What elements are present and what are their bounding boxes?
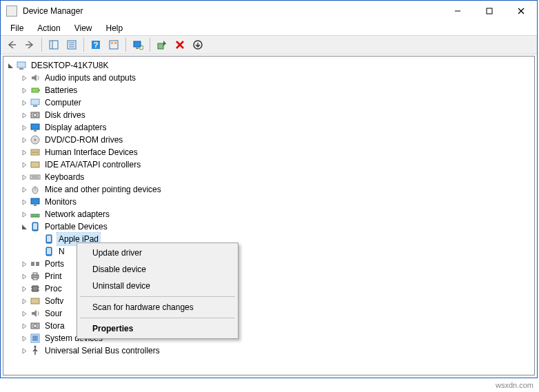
category-icon	[30, 97, 41, 108]
list-icon	[108, 39, 119, 50]
show-hide-tree-button[interactable]	[45, 37, 62, 52]
forward-arrow-icon	[24, 39, 35, 50]
context-menu-properties[interactable]: Properties	[79, 320, 236, 337]
tree-category[interactable]: Network adapters	[3, 208, 534, 220]
expander-spacer	[34, 247, 42, 256]
toolbar-action-button[interactable]	[105, 37, 122, 52]
expander-closed-icon[interactable]	[20, 86, 28, 94]
close-button[interactable]	[505, 1, 537, 21]
expander-open-icon[interactable]	[6, 61, 14, 70]
properties-icon	[66, 39, 77, 50]
svg-rect-13	[111, 42, 113, 44]
svg-point-71	[34, 346, 37, 348]
tree-category-label: Disk drives	[43, 109, 87, 121]
expander-closed-icon[interactable]	[20, 309, 28, 318]
menu-file[interactable]: File	[5, 22, 29, 34]
svg-rect-14	[114, 42, 116, 44]
category-icon	[30, 147, 41, 158]
tree-root[interactable]: DESKTOP-41K7U8K	[3, 59, 534, 72]
expander-closed-icon[interactable]	[20, 334, 28, 342]
tree-category[interactable]: Mice and other pointing devices	[3, 183, 534, 196]
context-menu-uninstall-device[interactable]: Uninstall device	[79, 278, 236, 294]
help-button[interactable]: ?	[88, 37, 104, 52]
uninstall-device-toolbar-button[interactable]	[172, 37, 188, 52]
tree-category[interactable]: Universal Serial Bus controllers	[3, 344, 534, 357]
tree-category-label: Sour	[43, 307, 63, 320]
minimize-button[interactable]	[442, 1, 474, 21]
expander-closed-icon[interactable]	[20, 285, 28, 293]
tree-category[interactable]: Monitors	[3, 196, 534, 208]
expander-closed-icon[interactable]	[20, 148, 28, 156]
svg-rect-44	[31, 198, 39, 204]
scan-hardware-button[interactable]	[130, 37, 146, 52]
tree-category[interactable]: IDE ATA/ATAPI controllers	[3, 158, 534, 171]
category-icon	[30, 72, 41, 83]
category-icon	[30, 345, 41, 356]
disable-device-toolbar-button[interactable]	[190, 37, 206, 52]
tree-category[interactable]: Display adapters	[3, 121, 534, 134]
category-icon	[30, 333, 41, 344]
expander-closed-icon[interactable]	[20, 210, 28, 218]
tree-category[interactable]: Audio inputs and outputs	[3, 72, 534, 84]
svg-rect-4	[50, 41, 58, 49]
tree-category-label: DVD/CD-ROM drives	[43, 134, 124, 146]
expander-closed-icon[interactable]	[20, 74, 28, 82]
expander-closed-icon[interactable]	[20, 161, 28, 169]
expander-closed-icon[interactable]	[20, 198, 28, 206]
maximize-button[interactable]	[474, 1, 505, 21]
tree-category[interactable]: DVD/CD-ROM drives	[3, 134, 534, 146]
svg-rect-45	[34, 205, 37, 206]
expander-closed-icon[interactable]	[20, 260, 28, 268]
expander-closed-icon[interactable]	[20, 99, 28, 107]
svg-rect-24	[32, 88, 39, 92]
context-menu-update-driver[interactable]: Update driver	[79, 245, 236, 261]
menu-action[interactable]: Action	[32, 22, 65, 34]
toolbar-separator	[125, 38, 126, 52]
context-menu-scan-hardware[interactable]: Scan for hardware changes	[79, 299, 236, 316]
menu-view[interactable]: View	[69, 22, 98, 34]
tree-category[interactable]: Keyboards	[3, 171, 534, 183]
tree-category-label: Audio inputs and outputs	[43, 72, 137, 84]
forward-button[interactable]	[21, 37, 38, 52]
back-button[interactable]	[3, 37, 20, 52]
menu-help[interactable]: Help	[101, 22, 129, 34]
tree-category[interactable]: Batteries	[3, 84, 534, 96]
svg-point-17	[139, 45, 143, 50]
expander-closed-icon[interactable]	[20, 111, 28, 119]
expander-closed-icon[interactable]	[20, 173, 28, 181]
svg-rect-23	[19, 68, 23, 70]
svg-rect-51	[33, 223, 37, 229]
svg-rect-27	[33, 105, 37, 107]
expander-closed-icon[interactable]	[20, 272, 28, 280]
category-icon	[30, 184, 41, 195]
toolbar-separator	[41, 38, 42, 52]
svg-rect-30	[31, 124, 39, 130]
svg-rect-66	[31, 298, 39, 304]
category-icon	[30, 159, 41, 170]
tree-category-label: Batteries	[43, 84, 79, 96]
update-driver-toolbar-button[interactable]	[154, 37, 170, 52]
minimize-icon	[454, 8, 461, 14]
tree-category[interactable]: Disk drives	[3, 109, 534, 121]
expander-closed-icon[interactable]	[20, 136, 28, 144]
expander-open-icon[interactable]	[20, 223, 28, 231]
tree-category[interactable]: Portable Devices	[3, 220, 534, 233]
expander-closed-icon[interactable]	[20, 322, 28, 330]
tree-category-label: IDE ATA/ATAPI controllers	[43, 158, 142, 171]
expander-spacer	[34, 235, 42, 243]
expander-closed-icon[interactable]	[20, 297, 28, 305]
expander-closed-icon[interactable]	[20, 185, 28, 194]
tree-pane-icon	[48, 39, 59, 50]
svg-rect-55	[47, 248, 51, 254]
category-icon	[30, 308, 41, 319]
tree-category[interactable]: Human Interface Devices	[3, 146, 534, 158]
tree-category[interactable]: Computer	[3, 96, 534, 109]
red-x-icon	[174, 39, 185, 50]
expander-closed-icon[interactable]	[20, 347, 28, 355]
tree-category-label: Ports	[43, 258, 65, 270]
context-menu-disable-device[interactable]: Disable device	[79, 261, 236, 278]
tree-category-label: Universal Serial Bus controllers	[43, 344, 161, 357]
expander-closed-icon[interactable]	[20, 123, 28, 132]
properties-button[interactable]	[63, 37, 80, 52]
svg-point-37	[37, 152, 38, 153]
